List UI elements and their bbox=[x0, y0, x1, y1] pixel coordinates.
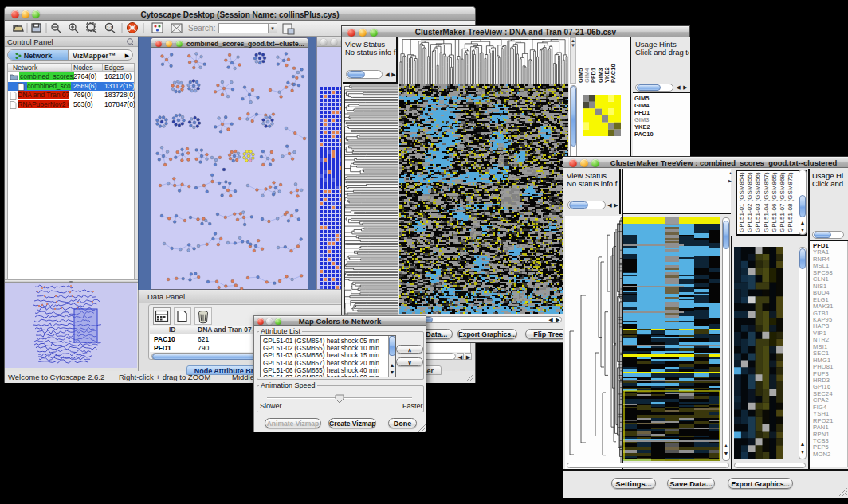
svg-text:GPL51-03 (GSM856): GPL51-03 (GSM856) bbox=[754, 172, 761, 232]
svg-text:PAC10: PAC10 bbox=[610, 64, 617, 83]
svg-text:GPL51-07 (GSM868): GPL51-07 (GSM868) bbox=[779, 172, 786, 232]
svg-text:GPL51-08 (GSM872): GPL51-08 (GSM872) bbox=[787, 172, 794, 232]
svg-text:GPL51-06 (GSM865): GPL51-06 (GSM865) bbox=[771, 172, 778, 232]
svg-text:1:1: 1:1 bbox=[107, 25, 112, 30]
svg-text:GPL51-04 (GSM857): GPL51-04 (GSM857) bbox=[763, 172, 770, 232]
svg-text:GPL51-02 (GSM855): GPL51-02 (GSM855) bbox=[746, 172, 753, 232]
svg-text:GPL51-01 (GSM854): GPL51-01 (GSM854) bbox=[738, 172, 745, 232]
